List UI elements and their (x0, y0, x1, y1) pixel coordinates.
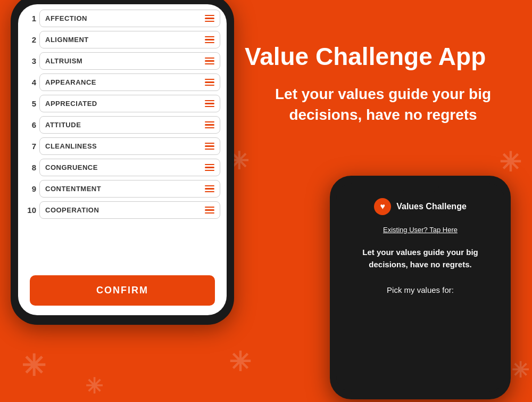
list-item: 1AFFECTION (24, 10, 220, 27)
app-header-row: ♥ Values Challenge (374, 198, 467, 215)
app-subtitle: Let your values guide your big decisions… (245, 84, 521, 125)
drag-handle-icon[interactable] (205, 36, 214, 44)
drag-handle-icon[interactable] (205, 15, 214, 22)
phone-right: ♥ Values Challenge Existing User? Tap He… (330, 176, 511, 399)
list-item-label: CLEANLINESS (45, 142, 97, 150)
list-item: 8CONGRUENCE (24, 159, 220, 176)
list-item-number: 7 (24, 142, 39, 151)
list-item: 4APPEARANCE (24, 73, 220, 91)
drag-handle-icon[interactable] (205, 100, 214, 108)
phone-right-screen: ♥ Values Challenge Existing User? Tap He… (336, 183, 504, 392)
list-item-number: 2 (24, 35, 39, 44)
list-item-label: COOPERATION (45, 206, 99, 214)
list-item-box[interactable]: AFFECTION (39, 10, 220, 27)
list-item-number: 5 (24, 99, 39, 108)
list-item: 9CONTENTMENT (24, 180, 220, 198)
marketing-text-area: Value Challenge App Let your values guid… (245, 43, 521, 125)
drag-handle-icon[interactable] (205, 58, 214, 65)
list-item-label: CONGRUENCE (45, 163, 98, 171)
list-item-number: 1 (24, 14, 39, 23)
list-item-label: APPEARANCE (45, 78, 96, 86)
confirm-button-area: CONFIRM (18, 270, 227, 315)
decoration-asterisk-3: ✳ (229, 349, 251, 375)
list-item-label: CONTENTMENT (45, 185, 101, 193)
list-item-number: 6 (24, 120, 39, 129)
drag-handle-icon[interactable] (205, 79, 214, 86)
list-item: 3ALTRUISM (24, 52, 220, 70)
list-item-label: APPRECIATED (45, 100, 97, 108)
list-item-number: 4 (24, 78, 39, 87)
drag-handle-icon[interactable] (205, 143, 214, 150)
list-item: 2ALIGNMENT (24, 31, 220, 48)
list-item-box[interactable]: CONTENTMENT (39, 180, 220, 198)
list-item: 10COOPERATION (24, 201, 220, 219)
drag-handle-icon[interactable] (205, 164, 214, 171)
list-item-box[interactable]: CLEANLINESS (39, 137, 220, 155)
app-title: Value Challenge App (245, 43, 521, 71)
values-list: 1AFFECTION2ALIGNMENT3ALTRUISM4APPEARANCE… (18, 4, 227, 270)
tagline-right: Let your values guide your big decisions… (347, 247, 494, 270)
decoration-asterisk-2: ✳ (85, 375, 103, 397)
app-name-label: Values Challenge (396, 202, 467, 211)
list-item-number: 8 (24, 163, 39, 172)
list-item-label: ALIGNMENT (45, 36, 89, 44)
list-item-box[interactable]: APPEARANCE (39, 73, 220, 91)
list-item-label: ALTRUISM (45, 57, 82, 65)
decoration-asterisk-1: ✳ (21, 351, 46, 381)
drag-handle-icon[interactable] (205, 121, 214, 129)
list-item-number: 3 (24, 56, 39, 65)
list-item-label: AFFECTION (45, 14, 87, 22)
pick-text: Pick my values for: (387, 285, 454, 294)
list-item: 7CLEANLINESS (24, 137, 220, 155)
list-item-box[interactable]: CONGRUENCE (39, 159, 220, 176)
existing-user-link[interactable]: Existing User? Tap Here (383, 226, 458, 234)
list-item-number: 9 (24, 184, 39, 193)
list-item-box[interactable]: ALTRUISM (39, 52, 220, 70)
list-item-number: 10 (24, 206, 39, 215)
list-item-box[interactable]: ATTITUDE (39, 116, 220, 134)
phone-notch (402, 183, 439, 192)
decoration-asterisk-6: ✳ (511, 359, 529, 381)
drag-handle-icon[interactable] (205, 207, 214, 214)
phone-left: 1AFFECTION2ALIGNMENT3ALTRUISM4APPEARANCE… (11, 0, 234, 325)
decoration-asterisk-5: ✳ (499, 149, 521, 176)
list-item-box[interactable]: COOPERATION (39, 201, 220, 219)
heart-icon: ♥ (374, 198, 391, 215)
list-item: 5APPRECIATED (24, 95, 220, 112)
list-item-label: ATTITUDE (45, 121, 81, 129)
list-item-box[interactable]: ALIGNMENT (39, 31, 220, 48)
list-item-box[interactable]: APPRECIATED (39, 95, 220, 112)
phone-left-screen: 1AFFECTION2ALIGNMENT3ALTRUISM4APPEARANCE… (18, 4, 227, 315)
list-item: 6ATTITUDE (24, 116, 220, 134)
confirm-button[interactable]: CONFIRM (30, 275, 215, 306)
drag-handle-icon[interactable] (205, 185, 214, 193)
